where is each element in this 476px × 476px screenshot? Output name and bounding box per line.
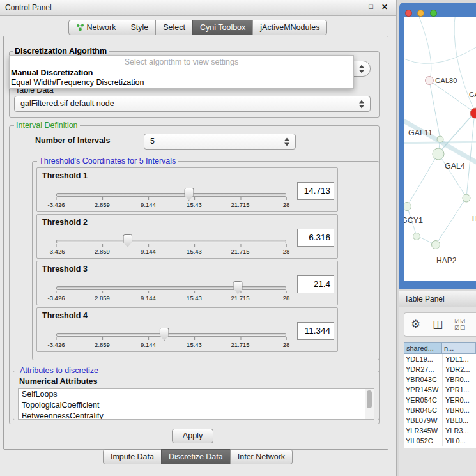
column-header-name[interactable]: n... [442, 342, 476, 354]
numerical-attributes-label: Numerical Attributes [19, 377, 97, 386]
tab-infer-network[interactable]: Infer Network [230, 449, 293, 464]
node-gal4[interactable] [433, 148, 444, 160]
cell[interactable]: YDL1... [442, 354, 476, 364]
threshold-1-label: Threshold 1 [42, 171, 88, 180]
cell[interactable]: YPR145W [404, 385, 442, 395]
tick-label: 15.43 [187, 341, 202, 348]
cell[interactable]: YBR045C [404, 405, 442, 415]
minimize-traffic-light-icon[interactable] [417, 10, 424, 17]
table-row[interactable]: YBL079WYBL0... [404, 415, 476, 426]
cell[interactable]: YDR2... [442, 364, 476, 374]
threshold-4-slider[interactable] [56, 327, 286, 341]
table-row[interactable]: YIL052CYIL0... [404, 436, 476, 446]
tab-select[interactable]: Select [155, 20, 193, 35]
table-row[interactable]: YBR045CYBR0... [404, 405, 476, 415]
tick-label: 21.715 [231, 201, 249, 208]
cell[interactable]: YDR27... [404, 364, 442, 374]
network-canvas[interactable]: GAL80 GA GAL11 GAL4 GCY1 HAP2 H [404, 17, 476, 281]
zoom-traffic-light-icon[interactable] [430, 10, 437, 17]
cell[interactable]: YBR043C [404, 374, 442, 385]
table-row[interactable]: YPR145WYPR1... [404, 385, 476, 395]
table-row[interactable]: YBR043CYBR0... [404, 374, 476, 385]
threshold-3-value-field[interactable]: 21.4 [297, 275, 334, 293]
dropdown-placeholder-item[interactable]: Select algorithm to view settings [10, 56, 353, 68]
cell[interactable]: YBL0... [442, 415, 476, 426]
threshold-1-slider[interactable] [56, 187, 286, 201]
cell[interactable]: YLR3... [442, 426, 476, 436]
dropdown-option-equal-width[interactable]: Equal Width/Frequency Discretization [10, 78, 353, 88]
tab-infer-label: Infer Network [238, 450, 285, 464]
node-hap2[interactable] [432, 241, 440, 249]
threshold-4-value-field[interactable]: 11.344 [297, 322, 334, 340]
scrollbar-thumb[interactable] [367, 390, 372, 408]
list-item-selfloops[interactable]: SelfLoops [19, 389, 374, 400]
node-unlabeled-1[interactable] [463, 194, 470, 202]
slider-handle[interactable] [160, 328, 169, 341]
tick-label: 2.859 [95, 295, 110, 302]
cell[interactable]: YPR1... [442, 385, 476, 395]
node-label-ga: GA [469, 91, 476, 98]
cell[interactable]: YBR0... [442, 405, 476, 415]
cell[interactable]: YIL052C [404, 436, 442, 446]
table-data-combobox[interactable]: galFiltered.sif default node [14, 96, 371, 112]
control-panel-tabs: Network Style Select Cyni Toolbox jActiv… [0, 20, 396, 35]
cell[interactable]: YER054C [404, 395, 442, 405]
tick-label: 2.859 [95, 201, 110, 208]
threshold-3-slider[interactable] [56, 280, 286, 295]
table-row[interactable]: YDR27...YDR2... [404, 364, 476, 374]
table-panel-title: Table Panel [404, 291, 445, 307]
cell[interactable]: YLR345W [404, 426, 442, 436]
table-row[interactable]: YER054CYER0... [404, 395, 476, 405]
column-header-shared-name[interactable]: shared... [404, 342, 442, 354]
apply-button[interactable]: Apply [172, 429, 213, 443]
tick-label: 15.43 [187, 248, 202, 255]
tab-jactivemnodules[interactable]: jActiveMNodules [252, 20, 327, 35]
select-columns-icon[interactable]: ☑☑ ☑☐ [454, 318, 466, 331]
tab-impute-data[interactable]: Impute Data [103, 449, 162, 464]
threshold-1-panel: Threshold 1 -3.426 2.859 9.144 15.43 21.… [36, 167, 338, 212]
table-row[interactable]: YLR345WYLR3... [404, 426, 476, 436]
columns-icon[interactable]: ◫ [433, 318, 443, 331]
slider-handle[interactable] [123, 234, 132, 247]
node-gal11[interactable] [437, 136, 443, 142]
tab-discretize-data[interactable]: Discretize Data [161, 449, 231, 464]
num-intervals-combobox[interactable]: 5 [144, 134, 296, 150]
slider-track [56, 333, 286, 337]
table-header-row: shared... n... [404, 342, 476, 354]
gear-icon[interactable]: ⚙ [411, 318, 420, 331]
node-gcy1[interactable] [404, 203, 411, 211]
tab-cyni-toolbox[interactable]: Cyni Toolbox [192, 20, 253, 35]
slider-handle[interactable] [233, 281, 243, 294]
combo-arrows-icon [359, 100, 365, 108]
close-icon[interactable]: ✕ [381, 3, 388, 12]
network-graph: GAL80 GA GAL11 GAL4 GCY1 HAP2 H [404, 17, 476, 281]
attributes-scrollbar[interactable] [365, 389, 374, 419]
cell[interactable]: YIL0... [442, 436, 476, 446]
node-unlabeled-2[interactable] [413, 233, 420, 240]
table-data-value: galFiltered.sif default node [20, 96, 114, 111]
close-traffic-light-icon[interactable] [405, 10, 412, 17]
list-item-topologicalcoefficient[interactable]: TopologicalCoefficient [19, 400, 374, 411]
cell[interactable]: YDL19... [404, 354, 442, 364]
float-window-icon[interactable]: □ [369, 3, 373, 10]
slider-scale: -3.426 2.859 9.144 15.43 21.715 28 [56, 201, 286, 209]
cyni-bottom-tabs: Impute Data Discretize Data Infer Networ… [0, 449, 396, 464]
cell[interactable]: YER0... [442, 395, 476, 405]
table-toolbar: ⚙ ◫ ☑☑ ☑☐ [404, 312, 476, 337]
slider-track [56, 240, 286, 243]
dropdown-option-manual[interactable]: Manual Discretization [10, 68, 353, 78]
tab-style[interactable]: Style [123, 20, 156, 35]
threshold-2-slider[interactable] [56, 234, 286, 248]
node-gal80[interactable] [426, 77, 434, 85]
threshold-3-label: Threshold 3 [42, 265, 88, 273]
interval-definition-title: Interval Definition [14, 121, 80, 130]
slider-handle[interactable] [184, 188, 194, 201]
list-item-betweennesscentrality[interactable]: BetweennessCentrality [19, 411, 374, 420]
cell[interactable]: YBR0... [442, 374, 476, 385]
tab-network[interactable]: Network [68, 20, 124, 35]
cell[interactable]: YBL079W [404, 415, 442, 426]
network-icon [76, 24, 84, 31]
threshold-2-value-field[interactable]: 6.316 [297, 229, 334, 247]
threshold-1-value-field[interactable]: 14.713 [297, 182, 334, 200]
table-row[interactable]: YDL19...YDL1... [404, 354, 476, 364]
